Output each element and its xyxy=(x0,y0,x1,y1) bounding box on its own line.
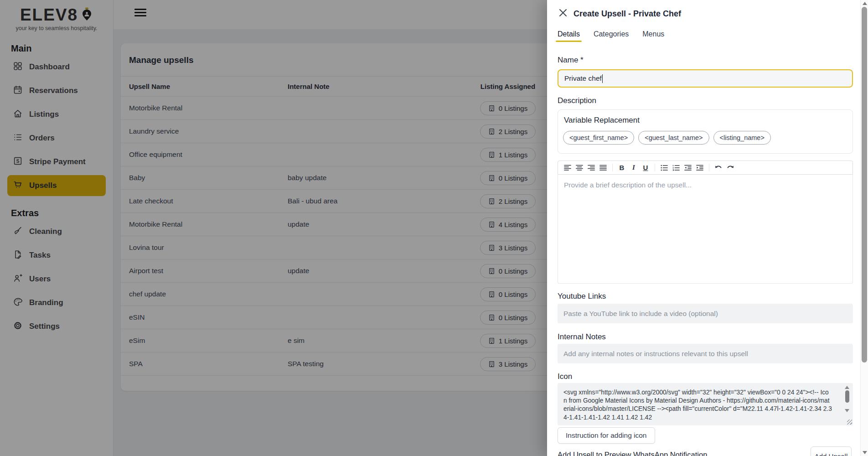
undo-icon[interactable] xyxy=(713,162,724,173)
align-center-icon[interactable] xyxy=(574,162,585,173)
underline-icon[interactable]: U xyxy=(640,162,651,173)
description-placeholder: Provide a brief description of the upsel… xyxy=(564,181,692,189)
youtube-link-input[interactable] xyxy=(558,304,853,323)
scrollbar-down-icon[interactable] xyxy=(863,451,867,454)
tab-details[interactable]: Details xyxy=(558,30,580,42)
add-upsell-preview-label: Add Upsell to Preview WhatsApp Notificat… xyxy=(558,451,707,456)
add-upsell-button[interactable]: Add Upsell xyxy=(811,446,852,456)
description-editor[interactable]: Provide a brief description of the upsel… xyxy=(558,175,853,284)
scroll-down-icon[interactable] xyxy=(845,409,849,412)
align-right-icon[interactable] xyxy=(585,162,597,173)
icon-svg-textarea[interactable]: <svg xmlns="http://www.w3.org/2000/svg" … xyxy=(558,383,853,425)
scrollbar-thumb[interactable] xyxy=(862,7,867,363)
icon-label: Icon xyxy=(558,372,572,381)
text-caret xyxy=(602,74,603,83)
redo-icon[interactable] xyxy=(724,162,736,173)
internal-notes-input[interactable] xyxy=(558,344,853,363)
bold-icon[interactable]: B xyxy=(616,162,628,173)
scroll-thumb[interactable] xyxy=(845,390,849,403)
drawer-tabs: Details Categories Menus xyxy=(558,30,664,42)
variable-chip-guest-last-name[interactable]: <guest_last_name> xyxy=(638,131,709,145)
name-label: Name * xyxy=(558,56,584,65)
bullet-list-icon[interactable] xyxy=(658,162,670,173)
ordered-list-icon[interactable] xyxy=(670,162,682,173)
instruction-for-adding-icon-button[interactable]: Instruction for adding icon xyxy=(558,427,655,444)
close-icon[interactable] xyxy=(558,7,568,18)
scroll-up-icon[interactable] xyxy=(845,386,849,389)
icon-textarea-scrollbar[interactable] xyxy=(844,386,850,423)
align-left-icon[interactable] xyxy=(562,162,574,173)
create-upsell-drawer: Create Upsell - Private Chef Details Cat… xyxy=(547,0,868,456)
resize-handle-icon[interactable] xyxy=(847,420,852,425)
editor-toolbar: B I U xyxy=(558,161,853,175)
drawer-scrollbar[interactable] xyxy=(860,0,868,456)
name-input[interactable]: Private chef xyxy=(558,69,853,88)
italic-icon[interactable]: I xyxy=(628,162,640,173)
variable-chip-listing-name[interactable]: <listing_name> xyxy=(713,131,771,145)
variable-replacement-box: Variable Replacement <guest_first_name> … xyxy=(558,109,853,154)
youtube-links-label: Youtube Links xyxy=(558,292,606,301)
align-justify-icon[interactable] xyxy=(597,162,609,173)
tab-categories[interactable]: Categories xyxy=(594,30,629,42)
tab-menus[interactable]: Menus xyxy=(642,30,664,42)
name-input-value: Private chef xyxy=(564,74,602,83)
scrollbar-up-icon[interactable] xyxy=(863,2,867,5)
drawer-title: Create Upsell - Private Chef xyxy=(574,9,681,19)
outdent-icon[interactable] xyxy=(682,162,694,173)
indent-icon[interactable] xyxy=(694,162,706,173)
variable-replacement-label: Variable Replacement xyxy=(564,116,640,125)
description-label: Description xyxy=(558,96,596,105)
icon-svg-code: <svg xmlns="http://www.w3.org/2000/svg" … xyxy=(563,389,832,425)
variable-chip-guest-first-name[interactable]: <guest_first_name> xyxy=(563,131,634,145)
internal-notes-label: Internal Notes xyxy=(558,332,606,342)
